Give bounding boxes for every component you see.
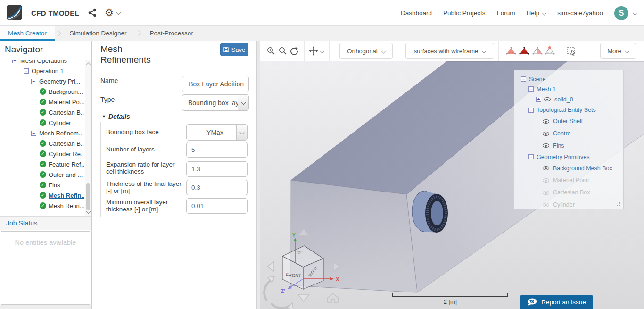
collapse-minus-icon[interactable]: − — [521, 76, 526, 82]
tree-item-operation-1[interactable]: −Operation 1 — [0, 66, 84, 76]
visibility-eye-icon[interactable] — [543, 190, 550, 196]
select-vertex-icon[interactable] — [544, 46, 555, 56]
home-view-icon[interactable] — [328, 293, 338, 302]
nav-forum[interactable]: Forum — [496, 9, 515, 17]
report-issue-button[interactable]: Report an issue — [520, 295, 593, 309]
tree-item-material-point[interactable]: ✓Material Po... — [0, 97, 84, 107]
rotate-down-arrow-icon[interactable] — [298, 295, 309, 301]
scene-item-outer-shell[interactable]: Outer Shell — [514, 115, 623, 127]
settings-gear-icon[interactable]: ⚙ — [105, 6, 114, 19]
collapse-minus-icon[interactable]: − — [24, 68, 29, 74]
tree-item-outer-and[interactable]: ✓Outer and ... — [0, 169, 84, 180]
tree-item-cylinder-refinement[interactable]: ✓Cylinder Re... — [0, 149, 84, 159]
type-select[interactable]: Bounding box lay — [182, 94, 249, 111]
roll-cw-arc-icon[interactable] — [271, 303, 289, 308]
tree-item-mesh-refinement-2[interactable]: ✓Mesh Refin... — [0, 200, 84, 211]
scene-item-topological-entity-sets[interactable]: −Topological Entity Sets — [514, 105, 623, 115]
tree-item-background[interactable]: ✓Backgroun... — [0, 86, 84, 97]
share-icon[interactable] — [88, 8, 97, 17]
username[interactable]: simscale7yahoo — [557, 9, 603, 17]
scene-item-geometry-primitives[interactable]: −Geometry Primitives — [514, 151, 623, 162]
panel-splitter[interactable] — [257, 41, 260, 309]
min-layer-thickness-input[interactable] — [186, 198, 248, 214]
job-status-header[interactable]: Job Status — [0, 216, 91, 230]
tree-item-mesh-refinements-group[interactable]: −Mesh Refinem... — [0, 128, 84, 138]
tree-item-geometry-primitives[interactable]: −Geometry Pri... — [0, 76, 84, 86]
render-mode-dropdown[interactable]: surfaces with wireframe — [405, 43, 494, 59]
avatar[interactable]: S — [614, 6, 628, 20]
collapse-minus-icon[interactable]: − — [31, 131, 36, 136]
tree-item-cylinder[interactable]: ✓Cylinder — [0, 117, 84, 128]
select-edge-icon[interactable] — [532, 46, 543, 56]
save-button[interactable]: Save — [220, 43, 248, 56]
tree-item-cartesian-box[interactable]: ✓Cartesian B... — [0, 107, 84, 117]
tree-item-mesh-refinement-selected[interactable]: ✓Mesh Refin... — [0, 190, 84, 200]
splitter-handle-icon[interactable] — [258, 169, 259, 176]
more-dropdown[interactable]: More — [600, 43, 636, 59]
collapse-minus-icon[interactable]: − — [12, 60, 17, 63]
scene-item-cylinder[interactable]: Cylinder — [514, 199, 623, 209]
simscale-logo-icon[interactable] — [7, 5, 22, 20]
zoom-out-icon[interactable] — [278, 46, 288, 56]
visibility-eye-icon[interactable] — [543, 165, 550, 171]
nav-dashboard[interactable]: Dashboard — [401, 9, 432, 17]
scene-item-fins[interactable]: Fins — [514, 140, 623, 151]
select-face-icon[interactable] — [519, 46, 530, 56]
collapse-minus-icon[interactable]: − — [528, 108, 534, 113]
tab-mesh-creator[interactable]: Mesh Creator — [0, 26, 55, 41]
check-icon: ✓ — [40, 88, 46, 95]
cube-front-label[interactable]: FRONT — [286, 272, 302, 278]
panel-resize-handle[interactable] — [619, 202, 620, 204]
roll-ccw-arc-icon[interactable] — [264, 280, 271, 301]
details-toggle[interactable]: ▼ Details — [102, 113, 130, 120]
visibility-eye-icon[interactable] — [543, 177, 550, 184]
box-select-icon[interactable] — [567, 46, 577, 57]
tab-post-processor[interactable]: Post-Processor — [142, 26, 201, 41]
scroll-up-icon[interactable] — [86, 63, 91, 67]
nav-help[interactable]: Help — [526, 9, 546, 17]
final-layer-thickness-input[interactable] — [186, 180, 248, 195]
scene-item-scene[interactable]: −Scene — [514, 74, 623, 84]
collapse-minus-icon[interactable]: − — [528, 154, 534, 159]
scene-item-material-point[interactable]: Material Point — [514, 174, 623, 186]
scene-item-cartesian-box[interactable]: Cartesian Box — [514, 186, 623, 199]
min-layer-thickness-label: Minimum overall layer thickness [-] or [… — [106, 199, 184, 213]
tab-simulation-designer[interactable]: Simulation Designer — [62, 26, 135, 41]
zoom-in-icon[interactable] — [266, 46, 276, 56]
settings-chevron-icon[interactable] — [116, 10, 121, 15]
select-chevron-icon[interactable] — [236, 125, 247, 140]
name-input[interactable] — [182, 76, 249, 92]
visibility-eye-icon[interactable] — [543, 118, 550, 125]
visibility-eye-icon[interactable] — [543, 142, 550, 149]
select-chevron-icon[interactable] — [238, 95, 248, 110]
tree-item-fins[interactable]: ✓Fins — [0, 180, 84, 190]
collapse-minus-icon[interactable]: − — [31, 79, 36, 84]
nav-public-projects[interactable]: Public Projects — [443, 9, 485, 17]
tree-item-feature-refinement[interactable]: ✓Feature Ref... — [0, 159, 84, 169]
save-floppy-icon — [223, 47, 229, 52]
expand-plus-icon[interactable]: + — [536, 97, 541, 102]
pan-move-icon[interactable] — [308, 46, 319, 56]
tree-item-mesh-operations[interactable]: −Mesh Operations — [0, 60, 84, 66]
scrollbar-thumb[interactable] — [86, 183, 90, 210]
visibility-eye-icon[interactable] — [544, 96, 551, 102]
number-of-layers-input[interactable] — [186, 142, 248, 158]
select-volume-icon[interactable] — [505, 46, 517, 56]
navigator-scrollbar[interactable] — [85, 60, 91, 216]
refresh-icon[interactable] — [289, 46, 299, 56]
projection-dropdown[interactable]: Orthogonal — [339, 43, 393, 59]
scene-item-mesh-1[interactable]: −Mesh 1 — [514, 84, 623, 94]
bounding-box-face-select[interactable]: YMax — [186, 124, 248, 141]
account-chevron-icon[interactable] — [633, 11, 637, 16]
visibility-eye-icon[interactable] — [543, 131, 550, 137]
tree-item-cartesian-refinement[interactable]: ✓Cartesian B... — [0, 138, 84, 149]
scene-item-background-mesh-box[interactable]: Background Mesh Box — [514, 162, 623, 174]
scene-item-solid-0[interactable]: +solid_0 — [514, 94, 623, 105]
scene-item-centre[interactable]: Centre — [514, 127, 623, 140]
rotate-left-arrow-icon[interactable] — [267, 262, 274, 271]
expansion-ratio-input[interactable] — [186, 161, 248, 177]
cylinder-fan-geometry[interactable] — [412, 191, 448, 233]
visibility-eye-icon[interactable] — [543, 202, 550, 208]
collapse-minus-icon[interactable]: − — [528, 86, 534, 92]
pan-chevron-icon[interactable] — [320, 49, 325, 54]
